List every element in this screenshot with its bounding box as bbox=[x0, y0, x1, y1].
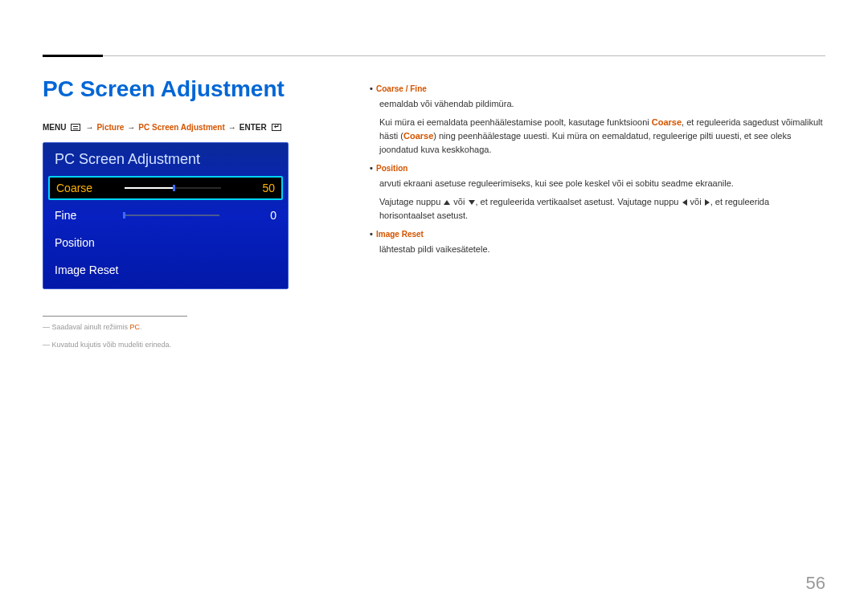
inline-highlight: Coarse bbox=[403, 131, 433, 141]
osd-header: PC Screen Adjustment bbox=[43, 143, 288, 176]
desc-item-image-reset: •Image Reset lähtestab pildi vaikesätete… bbox=[370, 227, 825, 256]
osd-value: 0 bbox=[244, 209, 276, 222]
footnote-hl: PC bbox=[130, 323, 141, 331]
breadcrumb-pcsa: PC Screen Adjustment bbox=[138, 123, 224, 132]
breadcrumb-arrow: → bbox=[127, 123, 135, 132]
left-arrow-icon bbox=[682, 199, 687, 206]
up-arrow-icon bbox=[444, 200, 450, 205]
breadcrumb: MENU → Picture → PC Screen Adjustment → … bbox=[43, 123, 283, 132]
desc-text: Vajutage nuppu või , et reguleerida vert… bbox=[379, 195, 825, 223]
slider-fill bbox=[125, 187, 173, 189]
description-column: •Coarse / Fine eemaldab või vähendab pil… bbox=[370, 82, 825, 262]
coarse-slider[interactable] bbox=[125, 186, 221, 190]
osd-label: Coarse bbox=[56, 182, 125, 194]
breadcrumb-enter: ENTER bbox=[240, 123, 267, 132]
footnote-rule bbox=[43, 316, 187, 317]
t: Vajutage nuppu bbox=[379, 197, 443, 206]
header-rule-bold bbox=[43, 55, 103, 57]
desc-text: lähtestab pildi vaikesätetele. bbox=[379, 243, 825, 256]
desc-heading: Image Reset bbox=[376, 230, 424, 239]
desc-text: arvuti ekraani asetuse reguleerimiseks, … bbox=[379, 177, 825, 190]
desc-item-position: •Position arvuti ekraani asetuse regulee… bbox=[370, 161, 825, 223]
breadcrumb-menu: MENU bbox=[43, 123, 66, 132]
bullet-icon: • bbox=[370, 227, 376, 241]
t: ) ning peenhäälestage uuesti. Kui müra o… bbox=[379, 131, 791, 154]
osd-label: Fine bbox=[55, 209, 123, 222]
inline-highlight: Coarse bbox=[652, 117, 682, 127]
osd-panel: PC Screen Adjustment Coarse 50 Fine 0 Po… bbox=[43, 142, 289, 289]
page-number: 56 bbox=[806, 573, 825, 594]
fine-slider[interactable] bbox=[123, 213, 219, 218]
enter-icon bbox=[272, 124, 281, 131]
menu-icon bbox=[71, 124, 80, 131]
t: , et reguleerida vertikaalset asetust. V… bbox=[476, 197, 682, 206]
desc-text: Kui müra ei eemaldata peenhäälestamise p… bbox=[379, 116, 825, 157]
breadcrumb-arrow: → bbox=[85, 123, 93, 132]
t: või bbox=[451, 197, 467, 206]
osd-row-coarse[interactable]: Coarse 50 bbox=[48, 176, 283, 200]
t: Kui müra ei eemaldata peenhäälestamise p… bbox=[379, 117, 652, 127]
footnote-text: . bbox=[140, 323, 142, 331]
slider-track bbox=[123, 215, 219, 216]
footnote-2: ― Kuvatud kujutis võib mudeliti erineda. bbox=[43, 341, 171, 349]
right-arrow-icon bbox=[705, 199, 710, 206]
desc-text: eemaldab või vähendab pildimüra. bbox=[379, 97, 825, 111]
breadcrumb-picture: Picture bbox=[96, 123, 124, 132]
slider-handle[interactable] bbox=[123, 212, 125, 219]
bullet-icon: • bbox=[370, 82, 376, 96]
footnote-1: ― Saadaval ainult režiimis PC. bbox=[43, 323, 142, 331]
osd-row-fine[interactable]: Fine 0 bbox=[43, 202, 288, 229]
osd-label: Position bbox=[55, 236, 123, 249]
down-arrow-icon bbox=[469, 200, 475, 205]
desc-item-coarse-fine: •Coarse / Fine eemaldab või vähendab pil… bbox=[370, 82, 825, 157]
osd-row-image-reset[interactable]: Image Reset bbox=[43, 256, 288, 284]
footnote-text: ― Saadaval ainult režiimis bbox=[43, 323, 130, 331]
desc-heading: Position bbox=[376, 164, 407, 173]
desc-heading: Coarse / Fine bbox=[376, 84, 427, 93]
bullet-icon: • bbox=[370, 161, 376, 175]
page-title: PC Screen Adjustment bbox=[43, 76, 285, 102]
osd-value: 50 bbox=[243, 182, 275, 194]
osd-row-position[interactable]: Position bbox=[43, 229, 288, 256]
breadcrumb-arrow: → bbox=[228, 123, 236, 132]
osd-label: Image Reset bbox=[55, 264, 276, 276]
header-rule-thin bbox=[103, 55, 825, 56]
t: või bbox=[688, 197, 704, 206]
slider-handle[interactable] bbox=[173, 185, 175, 191]
